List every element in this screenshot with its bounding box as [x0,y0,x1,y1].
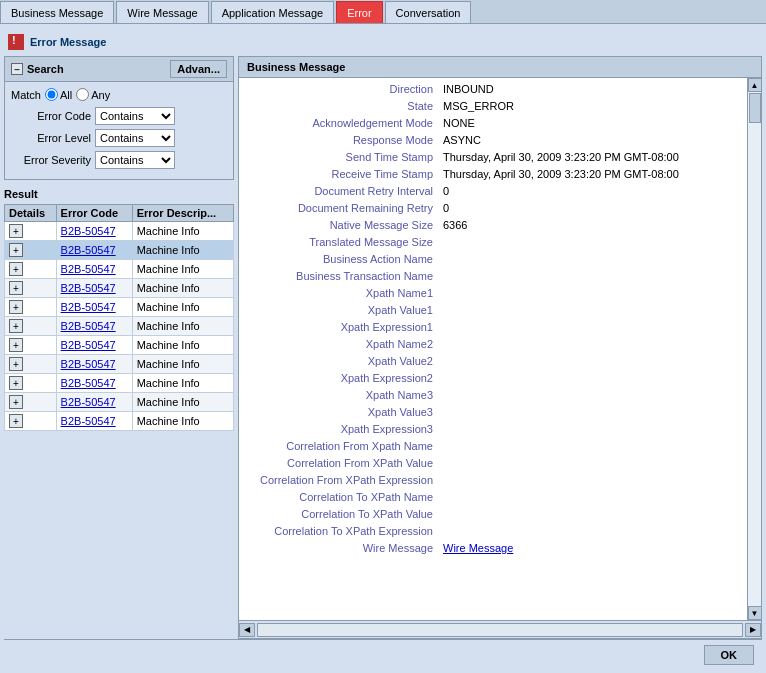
detail-row: Wire Message Wire Message [239,541,747,557]
error-code-cell[interactable]: B2B-50547 [56,260,132,279]
table-row[interactable]: + B2B-50547 Machine Info [5,374,234,393]
expand-cell[interactable]: + [5,393,57,412]
detail-row: Xpath Name2 [239,337,747,353]
error-code-link[interactable]: B2B-50547 [61,339,116,351]
table-row[interactable]: + B2B-50547 Machine Info [5,298,234,317]
expand-icon[interactable]: + [9,376,23,390]
error-severity-select[interactable]: Contains Equals [95,151,175,169]
table-row[interactable]: + B2B-50547 Machine Info [5,222,234,241]
error-code-select[interactable]: Contains Equals [95,107,175,125]
scroll-right-btn[interactable]: ▶ [745,623,761,637]
all-radio-label[interactable]: All [45,88,72,101]
expand-icon[interactable]: + [9,262,23,276]
error-code-link[interactable]: B2B-50547 [61,244,116,256]
detail-label: Correlation To XPath Value [239,507,439,523]
expand-icon[interactable]: + [9,414,23,428]
tab-wire[interactable]: Wire Message [116,1,208,23]
detail-row: Xpath Value3 [239,405,747,421]
detail-row: Response Mode ASYNC [239,133,747,149]
expand-icon[interactable]: + [9,243,23,257]
vertical-scrollbar[interactable]: ▲ ▼ [747,78,761,620]
error-code-link[interactable]: B2B-50547 [61,301,116,313]
error-code-cell[interactable]: B2B-50547 [56,241,132,260]
table-row[interactable]: + B2B-50547 Machine Info [5,241,234,260]
expand-icon[interactable]: + [9,300,23,314]
error-code-link[interactable]: B2B-50547 [61,320,116,332]
table-row[interactable]: + B2B-50547 Machine Info [5,260,234,279]
content-area: – Search Advan... Match All Any [4,56,762,639]
expand-cell[interactable]: + [5,279,57,298]
error-code-link[interactable]: B2B-50547 [61,225,116,237]
expand-cell[interactable]: + [5,412,57,431]
detail-value [439,235,747,251]
expand-cell[interactable]: + [5,222,57,241]
tab-business[interactable]: Business Message [0,1,114,23]
tab-application[interactable]: Application Message [211,1,335,23]
description-cell: Machine Info [132,374,233,393]
error-code-cell[interactable]: B2B-50547 [56,355,132,374]
error-code-cell[interactable]: B2B-50547 [56,317,132,336]
error-code-row: Error Code Contains Equals [11,107,227,125]
detail-row: Correlation To XPath Name [239,490,747,506]
expand-cell[interactable]: + [5,355,57,374]
all-radio[interactable] [45,88,58,101]
tab-bar: Business Message Wire Message Applicatio… [0,0,766,24]
detail-value: 0 [439,184,747,200]
error-code-cell[interactable]: B2B-50547 [56,279,132,298]
error-level-select[interactable]: Contains Equals [95,129,175,147]
expand-icon[interactable]: + [9,224,23,238]
table-row[interactable]: + B2B-50547 Machine Info [5,336,234,355]
table-row[interactable]: + B2B-50547 Machine Info [5,393,234,412]
tab-conversation[interactable]: Conversation [385,1,472,23]
error-code-cell[interactable]: B2B-50547 [56,222,132,241]
expand-cell[interactable]: + [5,260,57,279]
table-row[interactable]: + B2B-50547 Machine Info [5,317,234,336]
expand-cell[interactable]: + [5,298,57,317]
description-cell: Machine Info [132,355,233,374]
result-title: Result [4,184,234,204]
any-radio[interactable] [76,88,89,101]
detail-label: State [239,99,439,115]
table-row[interactable]: + B2B-50547 Machine Info [5,279,234,298]
error-code-cell[interactable]: B2B-50547 [56,336,132,355]
expand-cell[interactable]: + [5,374,57,393]
detail-value [439,456,747,472]
detail-value [439,507,747,523]
table-row[interactable]: + B2B-50547 Machine Info [5,355,234,374]
expand-icon[interactable]: + [9,281,23,295]
any-radio-label[interactable]: Any [76,88,110,101]
error-code-cell[interactable]: B2B-50547 [56,374,132,393]
detail-row: Acknowledgement Mode NONE [239,116,747,132]
advanced-button[interactable]: Advan... [170,60,227,78]
expand-cell[interactable]: + [5,336,57,355]
scroll-up-btn[interactable]: ▲ [748,78,762,92]
description-cell: Machine Info [132,241,233,260]
expand-cell[interactable]: + [5,317,57,336]
error-code-link[interactable]: B2B-50547 [61,377,116,389]
error-code-link[interactable]: B2B-50547 [61,282,116,294]
error-code-cell[interactable]: B2B-50547 [56,393,132,412]
error-code-link[interactable]: B2B-50547 [61,396,116,408]
expand-icon[interactable]: + [9,357,23,371]
detail-label: Xpath Value3 [239,405,439,421]
table-row[interactable]: + B2B-50547 Machine Info [5,412,234,431]
scroll-thumb[interactable] [749,93,761,123]
error-code-link[interactable]: B2B-50547 [61,263,116,275]
h-scrollbar-track[interactable] [257,623,743,637]
ok-button[interactable]: OK [704,645,755,665]
error-code-link[interactable]: B2B-50547 [61,358,116,370]
error-code-cell[interactable]: B2B-50547 [56,298,132,317]
collapse-search-icon[interactable]: – [11,63,23,75]
expand-icon[interactable]: + [9,338,23,352]
detail-label: Xpath Value2 [239,354,439,370]
expand-icon[interactable]: + [9,319,23,333]
tab-error[interactable]: Error [336,1,382,23]
scroll-down-btn[interactable]: ▼ [748,606,762,620]
scroll-track[interactable] [748,92,761,606]
business-message-content[interactable]: Direction INBOUND State MSG_ERROR Acknow… [239,78,747,620]
expand-cell[interactable]: + [5,241,57,260]
scroll-left-btn[interactable]: ◀ [239,623,255,637]
error-code-link[interactable]: B2B-50547 [61,415,116,427]
expand-icon[interactable]: + [9,395,23,409]
error-code-cell[interactable]: B2B-50547 [56,412,132,431]
